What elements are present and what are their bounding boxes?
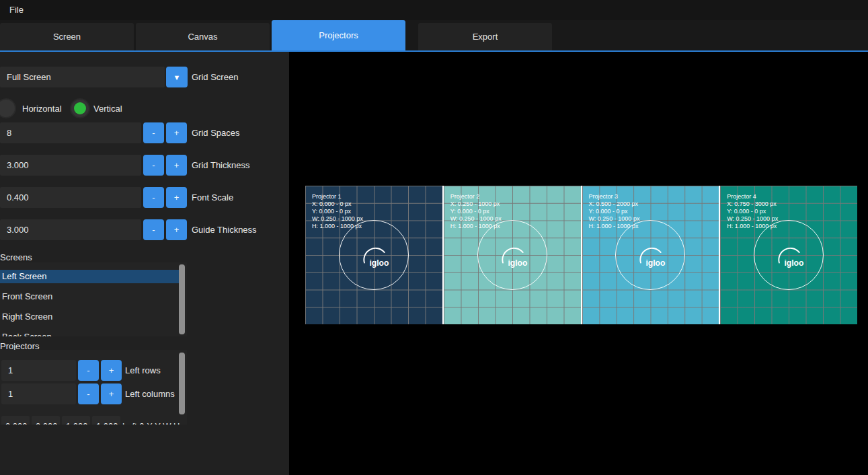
left-rows-input[interactable] bbox=[1, 360, 76, 381]
svg-text:igloo: igloo bbox=[508, 258, 527, 268]
left0-w-input[interactable] bbox=[62, 416, 90, 425]
chevron-down-icon: ▼ bbox=[173, 73, 181, 81]
screens-scrollbar[interactable] bbox=[179, 264, 185, 334]
guide-thickness-minus-button[interactable]: - bbox=[143, 219, 164, 240]
left-rows-minus-button[interactable]: - bbox=[78, 360, 99, 381]
guide-thickness-plus-button[interactable]: + bbox=[166, 219, 187, 240]
radio-horizontal[interactable] bbox=[0, 98, 16, 118]
grid-screen-label: Grid Screen bbox=[192, 67, 238, 87]
guide-thickness-input[interactable] bbox=[0, 219, 141, 240]
preview-canvas: iglooProjector 1 X: 0.000 - 0 px Y: 0.00… bbox=[289, 52, 868, 475]
left-rows-plus-button[interactable]: + bbox=[101, 360, 122, 381]
left-columns-plus-button[interactable]: + bbox=[101, 383, 122, 404]
font-scale-label: Font Scale bbox=[192, 187, 233, 208]
igloo-logo-icon: igloo bbox=[351, 241, 399, 270]
tab-canvas[interactable]: Canvas bbox=[136, 23, 270, 50]
left0-x-input[interactable] bbox=[1, 416, 30, 425]
guide-thickness-label: Guide Thickness bbox=[192, 219, 257, 240]
projector-panel-1: iglooProjector 1 X: 0.000 - 0 px Y: 0.00… bbox=[305, 186, 442, 324]
projector-info-text: Projector 3 X: 0.500 - 2000 px Y: 0.000 … bbox=[589, 193, 640, 230]
grid-spaces-label: Grid Spaces bbox=[192, 122, 240, 143]
radio-horizontal-label: Horizontal bbox=[22, 98, 62, 119]
tab-export[interactable]: Export bbox=[418, 23, 552, 50]
grid-spaces-minus-button[interactable]: - bbox=[143, 122, 164, 143]
grid-thickness-input[interactable] bbox=[0, 155, 141, 176]
grid-thickness-plus-button[interactable]: + bbox=[166, 155, 187, 176]
radio-selected-dot bbox=[74, 102, 86, 114]
grid-screen-dropdown[interactable]: Full Screen bbox=[0, 67, 165, 87]
file-menu[interactable]: File bbox=[9, 0, 24, 20]
projectors-panel: - + Left rows - + Left columns Left 0 X … bbox=[0, 350, 187, 425]
projector-panels: iglooProjector 1 X: 0.000 - 0 px Y: 0.00… bbox=[305, 186, 857, 324]
grid-spaces-plus-button[interactable]: + bbox=[166, 122, 187, 143]
left-rows-label: Left rows bbox=[125, 360, 161, 381]
svg-text:igloo: igloo bbox=[646, 258, 666, 268]
left0-y-input[interactable] bbox=[32, 416, 60, 425]
left-columns-input[interactable] bbox=[1, 383, 76, 404]
projectors-scrollbar[interactable] bbox=[179, 353, 185, 414]
grid-screen-dropdown-button[interactable]: ▼ bbox=[166, 67, 188, 87]
tab-bar: Screen Canvas Projectors Export bbox=[0, 20, 868, 50]
igloo-logo-icon: igloo bbox=[766, 241, 814, 270]
radio-vertical[interactable] bbox=[70, 98, 90, 118]
list-item-front-screen[interactable]: Front Screen bbox=[0, 290, 180, 303]
tab-projectors[interactable]: Projectors bbox=[272, 20, 405, 50]
sidebar: Full Screen ▼ Grid Screen Horizontal Ver… bbox=[0, 52, 289, 475]
projector-info-text: Projector 2 X: 0.250 - 1000 px Y: 0.000 … bbox=[450, 193, 502, 230]
grid-spaces-input[interactable] bbox=[0, 122, 141, 143]
tab-screen[interactable]: Screen bbox=[0, 23, 134, 50]
projector-info-text: Projector 1 X: 0.000 - 0 px Y: 0.000 - 0… bbox=[312, 193, 363, 230]
screens-list: Left Screen Front Screen Right Screen Ba… bbox=[0, 262, 187, 336]
svg-text:igloo: igloo bbox=[785, 258, 804, 268]
left0-h-input[interactable] bbox=[92, 416, 120, 425]
left-columns-minus-button[interactable]: - bbox=[78, 383, 99, 404]
projector-panel-3: iglooProjector 3 X: 0.500 - 2000 px Y: 0… bbox=[582, 186, 719, 324]
font-scale-input[interactable] bbox=[0, 187, 141, 208]
igloo-logo-icon: igloo bbox=[489, 241, 538, 270]
projector-panel-2: iglooProjector 2 X: 0.250 - 1000 px Y: 0… bbox=[444, 186, 581, 324]
font-scale-plus-button[interactable]: + bbox=[166, 187, 187, 208]
left-columns-label: Left columns bbox=[125, 383, 175, 404]
list-item-back-screen[interactable]: Back Screen bbox=[0, 330, 180, 336]
list-item-left-screen[interactable]: Left Screen bbox=[0, 270, 180, 283]
grid-thickness-label: Grid Thickness bbox=[192, 155, 249, 176]
font-scale-minus-button[interactable]: - bbox=[143, 187, 164, 208]
screens-section-title: Screens bbox=[0, 252, 32, 262]
svg-text:igloo: igloo bbox=[369, 258, 389, 268]
igloo-logo-icon: igloo bbox=[627, 241, 676, 270]
list-item-right-screen[interactable]: Right Screen bbox=[0, 310, 180, 324]
menubar: File bbox=[0, 0, 868, 20]
projector-panel-4: iglooProjector 4 X: 0.750 - 3000 px Y: 0… bbox=[720, 186, 857, 324]
projector-info-text: Projector 4 X: 0.750 - 3000 px Y: 0.000 … bbox=[727, 193, 778, 230]
left0-xywh-label: Left 0 X Y W H bbox=[122, 416, 180, 425]
radio-vertical-label: Vertical bbox=[93, 98, 122, 119]
grid-thickness-minus-button[interactable]: - bbox=[143, 155, 164, 176]
